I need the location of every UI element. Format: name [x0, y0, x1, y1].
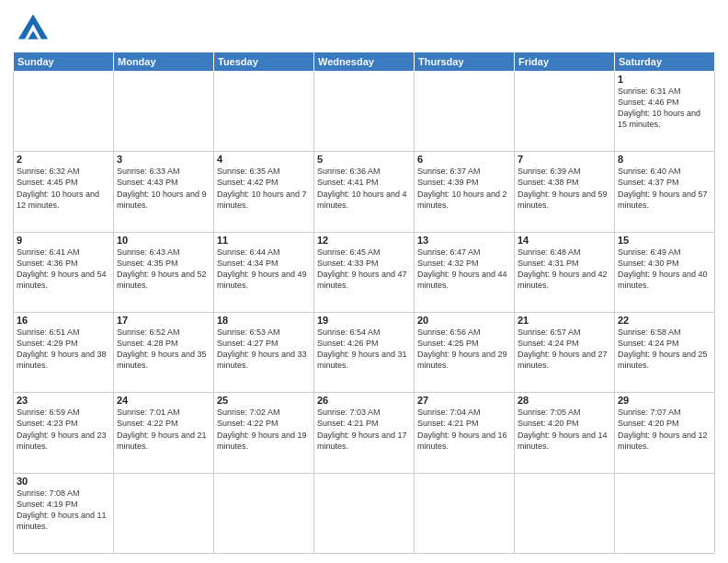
day-info: Sunrise: 6:44 AM Sunset: 4:34 PM Dayligh… — [217, 247, 311, 292]
calendar-day-cell: 12Sunrise: 6:45 AM Sunset: 4:33 PM Dayli… — [314, 232, 415, 312]
day-number: 17 — [117, 315, 210, 326]
day-info: Sunrise: 6:47 AM Sunset: 4:32 PM Dayligh… — [417, 247, 511, 292]
day-info: Sunrise: 6:48 AM Sunset: 4:31 PM Dayligh… — [518, 247, 611, 292]
calendar-day-cell — [615, 473, 715, 553]
day-number: 5 — [317, 154, 411, 165]
calendar-day-cell: 2Sunrise: 6:32 AM Sunset: 4:45 PM Daylig… — [14, 152, 114, 232]
day-info: Sunrise: 7:07 AM Sunset: 4:20 PM Dayligh… — [618, 407, 711, 452]
calendar-day-cell — [415, 72, 515, 152]
day-number: 20 — [417, 315, 511, 326]
day-number: 2 — [17, 154, 110, 165]
calendar-day-cell: 7Sunrise: 6:39 AM Sunset: 4:38 PM Daylig… — [515, 152, 615, 232]
weekday-header: Wednesday — [314, 52, 415, 72]
calendar-week-row: 16Sunrise: 6:51 AM Sunset: 4:29 PM Dayli… — [14, 312, 715, 392]
logo-icon — [17, 9, 50, 42]
calendar-body: 1Sunrise: 6:31 AM Sunset: 4:46 PM Daylig… — [14, 72, 715, 554]
day-info: Sunrise: 6:52 AM Sunset: 4:28 PM Dayligh… — [117, 327, 210, 372]
day-number: 3 — [117, 154, 210, 165]
calendar-day-cell: 6Sunrise: 6:37 AM Sunset: 4:39 PM Daylig… — [415, 152, 515, 232]
weekday-header: Sunday — [14, 52, 114, 72]
calendar-day-cell: 23Sunrise: 6:59 AM Sunset: 4:23 PM Dayli… — [14, 393, 114, 473]
calendar-day-cell: 3Sunrise: 6:33 AM Sunset: 4:43 PM Daylig… — [114, 152, 214, 232]
day-number: 4 — [217, 154, 311, 165]
weekday-header: Friday — [515, 52, 615, 72]
calendar-day-cell: 30Sunrise: 7:08 AM Sunset: 4:19 PM Dayli… — [14, 473, 114, 553]
calendar-day-cell — [415, 473, 515, 553]
calendar-day-cell: 15Sunrise: 6:49 AM Sunset: 4:30 PM Dayli… — [615, 232, 715, 312]
day-number: 24 — [117, 395, 210, 406]
logo-area — [13, 9, 50, 46]
calendar-day-cell: 11Sunrise: 6:44 AM Sunset: 4:34 PM Dayli… — [214, 232, 314, 312]
calendar-header: SundayMondayTuesdayWednesdayThursdayFrid… — [14, 52, 715, 72]
day-info: Sunrise: 6:58 AM Sunset: 4:24 PM Dayligh… — [618, 327, 711, 372]
day-number: 28 — [518, 395, 611, 406]
day-info: Sunrise: 6:43 AM Sunset: 4:35 PM Dayligh… — [117, 247, 210, 292]
day-number: 25 — [217, 395, 311, 406]
calendar-table: SundayMondayTuesdayWednesdayThursdayFrid… — [13, 52, 715, 554]
weekday-header: Thursday — [415, 52, 515, 72]
day-info: Sunrise: 6:39 AM Sunset: 4:38 PM Dayligh… — [518, 166, 611, 211]
calendar-day-cell: 1Sunrise: 6:31 AM Sunset: 4:46 PM Daylig… — [615, 72, 715, 152]
day-number: 14 — [518, 235, 611, 246]
calendar-day-cell: 10Sunrise: 6:43 AM Sunset: 4:35 PM Dayli… — [114, 232, 214, 312]
calendar-day-cell — [214, 473, 314, 553]
day-info: Sunrise: 6:32 AM Sunset: 4:45 PM Dayligh… — [17, 166, 110, 211]
calendar-week-row: 2Sunrise: 6:32 AM Sunset: 4:45 PM Daylig… — [14, 152, 715, 232]
day-number: 29 — [618, 395, 711, 406]
calendar-day-cell: 18Sunrise: 6:53 AM Sunset: 4:27 PM Dayli… — [214, 312, 314, 392]
calendar-day-cell: 17Sunrise: 6:52 AM Sunset: 4:28 PM Dayli… — [114, 312, 214, 392]
calendar-day-cell: 13Sunrise: 6:47 AM Sunset: 4:32 PM Dayli… — [415, 232, 515, 312]
calendar-day-cell — [14, 72, 114, 152]
day-number: 6 — [417, 154, 511, 165]
calendar-day-cell — [314, 72, 415, 152]
day-info: Sunrise: 6:41 AM Sunset: 4:36 PM Dayligh… — [17, 247, 110, 292]
day-info: Sunrise: 7:02 AM Sunset: 4:22 PM Dayligh… — [217, 407, 311, 452]
day-number: 16 — [17, 315, 110, 326]
day-info: Sunrise: 6:36 AM Sunset: 4:41 PM Dayligh… — [317, 166, 411, 211]
day-info: Sunrise: 6:57 AM Sunset: 4:24 PM Dayligh… — [518, 327, 611, 372]
calendar-day-cell — [214, 72, 314, 152]
weekday-row: SundayMondayTuesdayWednesdayThursdayFrid… — [14, 52, 715, 72]
day-number: 26 — [317, 395, 411, 406]
day-number: 8 — [618, 154, 711, 165]
day-number: 18 — [217, 315, 311, 326]
weekday-header: Tuesday — [214, 52, 314, 72]
calendar-day-cell — [114, 72, 214, 152]
day-number: 10 — [117, 235, 210, 246]
calendar-day-cell: 28Sunrise: 7:05 AM Sunset: 4:20 PM Dayli… — [515, 393, 615, 473]
day-number: 23 — [17, 395, 110, 406]
calendar-week-row: 9Sunrise: 6:41 AM Sunset: 4:36 PM Daylig… — [14, 232, 715, 312]
day-number: 11 — [217, 235, 311, 246]
day-number: 7 — [518, 154, 611, 165]
calendar-day-cell: 16Sunrise: 6:51 AM Sunset: 4:29 PM Dayli… — [14, 312, 114, 392]
day-number: 15 — [618, 235, 711, 246]
calendar-day-cell: 21Sunrise: 6:57 AM Sunset: 4:24 PM Dayli… — [515, 312, 615, 392]
day-number: 21 — [518, 315, 611, 326]
calendar-day-cell — [515, 72, 615, 152]
calendar-day-cell: 20Sunrise: 6:56 AM Sunset: 4:25 PM Dayli… — [415, 312, 515, 392]
calendar-day-cell: 22Sunrise: 6:58 AM Sunset: 4:24 PM Dayli… — [615, 312, 715, 392]
day-number: 30 — [17, 476, 110, 487]
calendar-day-cell: 24Sunrise: 7:01 AM Sunset: 4:22 PM Dayli… — [114, 393, 214, 473]
calendar-day-cell: 19Sunrise: 6:54 AM Sunset: 4:26 PM Dayli… — [314, 312, 415, 392]
day-info: Sunrise: 7:04 AM Sunset: 4:21 PM Dayligh… — [417, 407, 511, 452]
day-number: 19 — [317, 315, 411, 326]
calendar-day-cell: 26Sunrise: 7:03 AM Sunset: 4:21 PM Dayli… — [314, 393, 415, 473]
calendar-day-cell: 25Sunrise: 7:02 AM Sunset: 4:22 PM Dayli… — [214, 393, 314, 473]
calendar-day-cell: 29Sunrise: 7:07 AM Sunset: 4:20 PM Dayli… — [615, 393, 715, 473]
weekday-header: Saturday — [615, 52, 715, 72]
day-info: Sunrise: 6:45 AM Sunset: 4:33 PM Dayligh… — [317, 247, 411, 292]
calendar-week-row: 23Sunrise: 6:59 AM Sunset: 4:23 PM Dayli… — [14, 393, 715, 473]
day-info: Sunrise: 6:56 AM Sunset: 4:25 PM Dayligh… — [417, 327, 511, 372]
calendar-day-cell: 8Sunrise: 6:40 AM Sunset: 4:37 PM Daylig… — [615, 152, 715, 232]
day-info: Sunrise: 6:51 AM Sunset: 4:29 PM Dayligh… — [17, 327, 110, 372]
day-info: Sunrise: 7:08 AM Sunset: 4:19 PM Dayligh… — [17, 488, 110, 533]
day-info: Sunrise: 6:49 AM Sunset: 4:30 PM Dayligh… — [618, 247, 711, 292]
top-section — [13, 9, 715, 46]
day-number: 9 — [17, 235, 110, 246]
calendar-day-cell: 14Sunrise: 6:48 AM Sunset: 4:31 PM Dayli… — [515, 232, 615, 312]
day-info: Sunrise: 7:05 AM Sunset: 4:20 PM Dayligh… — [518, 407, 611, 452]
day-info: Sunrise: 6:53 AM Sunset: 4:27 PM Dayligh… — [217, 327, 311, 372]
weekday-header: Monday — [114, 52, 214, 72]
calendar-day-cell: 5Sunrise: 6:36 AM Sunset: 4:41 PM Daylig… — [314, 152, 415, 232]
